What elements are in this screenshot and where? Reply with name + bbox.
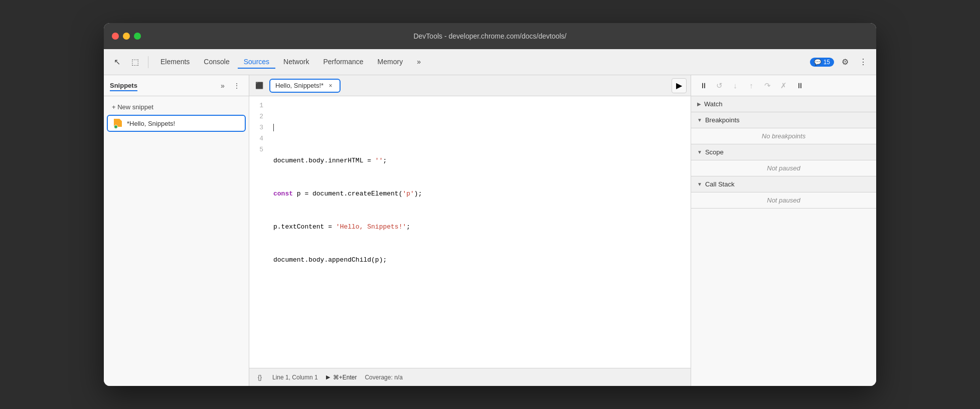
sidebar-title: Snippets [110, 82, 217, 89]
string-p: 'p' [402, 190, 414, 197]
line-num-4: 4 [255, 133, 263, 144]
run-triangle-icon: ▶ [326, 374, 330, 380]
tab-memory[interactable]: Memory [372, 56, 409, 69]
snippet-dot [114, 125, 118, 129]
breakpoints-section-header[interactable]: ▼ Breakpoints [691, 112, 876, 128]
callstack-arrow-icon: ▼ [697, 181, 702, 187]
cursor-icon[interactable]: ↖ [110, 55, 124, 69]
line-numbers: 1 2 3 4 5 [249, 100, 269, 364]
code-editor[interactable]: 1 2 3 4 5 document.body.innerHTML = ''; … [249, 96, 691, 368]
breakpoints-label: Breakpoints [705, 116, 740, 124]
callstack-label: Call Stack [705, 180, 735, 188]
editor-tabs: ⬛ Hello, Snippets!* × ▶ [249, 75, 691, 96]
line-num-5: 5 [255, 144, 263, 155]
window-title: DevTools - developer.chrome.com/docs/dev… [413, 32, 566, 40]
tab-console[interactable]: Console [198, 56, 235, 69]
scope-section-header[interactable]: ▼ Scope [691, 144, 876, 160]
message-badge[interactable]: 💬 15 [810, 58, 834, 67]
cursor-position: Line 1, Column 1 [272, 374, 318, 381]
format-icon-text: {} [258, 374, 262, 381]
keyword-const: const [273, 190, 293, 197]
run-command[interactable]: ▶ ⌘+Enter [326, 374, 357, 381]
settings-icon[interactable]: ⚙ [838, 55, 852, 69]
code-line-1 [273, 122, 687, 133]
right-panel: ⏸ ↺ ↓ ↑ ↷ ✗ ⏸ ▶ Watch ▼ Breakpoints No b… [691, 75, 876, 386]
main-toolbar: ↖ ⬚ Elements Console Sources Network Per… [104, 49, 876, 75]
scope-label: Scope [705, 148, 724, 156]
collapse-sidebar-icon[interactable]: ⬛ [253, 80, 265, 92]
toolbar-divider-1 [148, 56, 148, 68]
badge-icon: 💬 [814, 59, 822, 66]
toolbar-tabs: Elements Console Sources Network Perform… [154, 56, 806, 69]
file-tab-hello-snippets[interactable]: Hello, Snippets!* × [269, 79, 341, 93]
watch-label: Watch [704, 100, 722, 108]
snippet-file-icon [114, 119, 123, 128]
traffic-lights [112, 33, 141, 40]
run-icon: ▶ [676, 81, 682, 90]
step-button[interactable]: ↷ [760, 79, 774, 93]
tab-elements[interactable]: Elements [154, 56, 196, 69]
sidebar-icons: » ⋮ [217, 80, 243, 92]
sidebar-title-text: Snippets [110, 82, 137, 91]
line-num-2: 2 [255, 111, 263, 122]
devtools-window: DevTools - developer.chrome.com/docs/dev… [104, 23, 876, 386]
file-tab-label: Hello, Snippets!* [275, 82, 323, 89]
string-hello: 'Hello, Snippets!' [336, 223, 406, 231]
editor-tab-icons: ⬛ [253, 80, 265, 92]
callstack-not-paused-text: Not paused [699, 196, 868, 204]
editor-statusbar: {} Line 1, Column 1 ▶ ⌘+Enter Coverage: … [249, 368, 691, 386]
content-area: Snippets » ⋮ + New snippet *Hello, Snipp… [104, 75, 876, 386]
line-num-3: 3 [255, 122, 263, 133]
minimize-button[interactable] [123, 33, 130, 40]
badge-count: 15 [824, 59, 830, 66]
string-empty: '' [375, 157, 383, 164]
snippet-item-hello[interactable]: *Hello, Snippets! [107, 115, 246, 132]
sidebar-more-icon[interactable]: » [217, 80, 229, 92]
code-line-3: const p = document.createElement('p'); [273, 188, 687, 199]
tab-sources[interactable]: Sources [238, 56, 275, 69]
snippet-item-name: *Hello, Snippets! [127, 120, 175, 127]
sidebar-header: Snippets » ⋮ [104, 75, 249, 96]
watch-arrow-icon: ▶ [697, 101, 701, 107]
sidebar-body: + New snippet *Hello, Snippets! [104, 96, 249, 386]
debug-toolbar: ⏸ ↺ ↓ ↑ ↷ ✗ ⏸ [691, 75, 876, 96]
breakpoints-arrow-icon: ▼ [697, 117, 702, 123]
breakpoints-body: No breakpoints [691, 128, 876, 144]
close-button[interactable] [112, 33, 119, 40]
step-into-button[interactable]: ↓ [728, 79, 742, 93]
titlebar: DevTools - developer.chrome.com/docs/dev… [104, 23, 876, 49]
sidebar-menu-icon[interactable]: ⋮ [231, 80, 243, 92]
step-out-button[interactable]: ↑ [744, 79, 758, 93]
maximize-button[interactable] [134, 33, 141, 40]
scope-arrow-icon: ▼ [697, 149, 702, 155]
tab-more[interactable]: » [411, 56, 427, 69]
coverage-status: Coverage: n/a [365, 374, 402, 381]
more-options-icon[interactable]: ⋮ [856, 55, 870, 69]
callstack-body: Not paused [691, 192, 876, 209]
scope-body: Not paused [691, 160, 876, 176]
sidebar: Snippets » ⋮ + New snippet *Hello, Snipp… [104, 75, 249, 386]
watch-section-header[interactable]: ▶ Watch [691, 96, 876, 112]
step-over-button[interactable]: ↺ [712, 79, 726, 93]
code-line-5: document.body.appendChild(p); [273, 255, 687, 266]
tab-network[interactable]: Network [277, 56, 315, 69]
run-snippet-button[interactable]: ▶ [672, 78, 687, 93]
file-tab-close-button[interactable]: × [326, 82, 335, 90]
cursor [273, 124, 278, 131]
code-line-2: document.body.innerHTML = ''; [273, 155, 687, 166]
breakpoints-empty-text: No breakpoints [699, 132, 868, 140]
tab-performance[interactable]: Performance [317, 56, 369, 69]
callstack-section-header[interactable]: ▼ Call Stack [691, 176, 876, 192]
inspect-icon[interactable]: ⬚ [128, 55, 142, 69]
editor-area: ⬛ Hello, Snippets!* × ▶ 1 2 3 4 5 [249, 75, 691, 386]
toolbar-right: 💬 15 ⚙ ⋮ [810, 55, 870, 69]
deactivate-button[interactable]: ✗ [776, 79, 790, 93]
pause-on-exceptions-button[interactable]: ⏸ [792, 79, 806, 93]
line-num-1: 1 [255, 100, 263, 111]
scope-not-paused-text: Not paused [699, 164, 868, 172]
new-snippet-button[interactable]: + New snippet [104, 100, 249, 114]
format-icon[interactable]: {} [255, 373, 264, 382]
code-content[interactable]: document.body.innerHTML = ''; const p = … [269, 100, 691, 364]
pause-button[interactable]: ⏸ [696, 79, 710, 93]
code-line-4: p.textContent = 'Hello, Snippets!'; [273, 222, 687, 233]
